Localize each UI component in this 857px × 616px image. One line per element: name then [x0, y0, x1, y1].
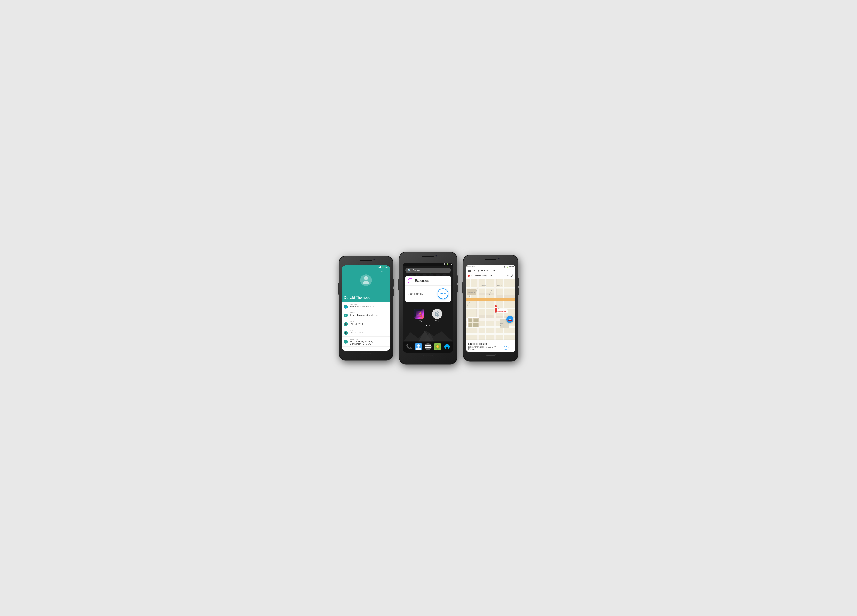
- dot-1[interactable]: [426, 325, 427, 326]
- settings-label: Settings: [433, 320, 441, 322]
- hamburger-line-3: [468, 272, 471, 272]
- phone-camera-center: [435, 255, 437, 256]
- svg-rect-9: [434, 313, 435, 314]
- home-button[interactable]: [361, 353, 371, 354]
- phone-content: PHONE +4045684120: [350, 321, 363, 325]
- location-address-text: Lancaster St, London, SE1 0RW, Royau...: [468, 346, 503, 350]
- svg-rect-40: [480, 287, 494, 288]
- gallery-app[interactable]: Gallery: [410, 309, 428, 322]
- settings-cog-svg: [434, 310, 441, 317]
- destination-dot: [467, 274, 470, 277]
- expenses-icon: [408, 278, 413, 284]
- map-area[interactable]: Lancaster St Webber St Webber St Silex S…: [466, 279, 515, 340]
- vol-down-center[interactable]: [457, 285, 458, 293]
- address-value: 82-85 Academy Avenue, Birmingham - B46 3…: [350, 340, 373, 345]
- location-address-row: Lancaster St, London, SE1 0RW, Royau... …: [468, 346, 513, 350]
- map-svg: Lancaster St Webber St Webber St Silex S…: [466, 279, 515, 340]
- maps-search-bar[interactable]: 89 Lingfield Tower, Lond...: [466, 269, 515, 273]
- travel-time: 4 h 33 min: [504, 346, 513, 350]
- contact-name-bar: Donald Thompson: [342, 295, 390, 302]
- power-center[interactable]: [398, 279, 399, 291]
- mic-icon[interactable]: 🎤: [510, 274, 514, 278]
- svg-point-3: [419, 312, 421, 314]
- messenger-dock-icon[interactable]: 😊: [433, 343, 442, 351]
- dot-2[interactable]: [428, 325, 430, 326]
- search-placeholder: Google: [413, 269, 421, 272]
- home-status-bar: ▌ 🔋 7:44: [402, 262, 453, 266]
- avatar-head: [364, 276, 368, 280]
- home-btn-right[interactable]: [486, 354, 495, 356]
- maps-screen: Pocock St ▌ 🔋 09:05 89 Lingfield Tower, …: [466, 265, 515, 352]
- destination-bar[interactable]: 89 Lingfield Tower, Lond... ✕ 🎤: [466, 273, 515, 279]
- volume-up-button[interactable]: [393, 279, 394, 287]
- contact-info-list: 🌐 WEBSITE www.donald-thompson.uk ✉ E MAI…: [342, 302, 390, 351]
- battery-icon: 🔋: [382, 266, 384, 268]
- close-destination-icon[interactable]: ✕: [507, 275, 509, 277]
- phones-container: ▾▴ ▌ 🔋 10:18 ✏ ⋮: [339, 252, 518, 364]
- svg-text:Centre: Centre: [500, 325, 503, 326]
- email-content: E MAIL donald.thompson@gmail.com: [350, 312, 378, 316]
- website-item[interactable]: 🌐 WEBSITE www.donald-thompson.uk: [342, 302, 390, 310]
- settings-icon: [432, 309, 442, 319]
- address-item[interactable]: 📍 ADDRESS 82-85 Academy Avenue, Birmingh…: [342, 337, 390, 347]
- vol-up-center[interactable]: [457, 275, 458, 283]
- contacts-dock-icon[interactable]: [415, 343, 422, 351]
- volume-down-button[interactable]: [393, 289, 394, 296]
- home-screen: ▌ 🔋 7:44 🔍 Google: [402, 262, 453, 353]
- browser-dock-icon[interactable]: 🌐: [443, 343, 451, 351]
- destination-text: 89 Lingfield Tower, Lond...: [471, 275, 506, 277]
- gallery-icon: [414, 309, 424, 319]
- svg-rect-30: [480, 319, 494, 340]
- hamburger-icon[interactable]: [468, 270, 471, 272]
- email-label: E MAIL: [350, 312, 378, 314]
- vol-down-right[interactable]: [518, 288, 519, 295]
- address-label: ADDRESS: [350, 338, 373, 340]
- edit-icon[interactable]: ✏: [381, 270, 383, 273]
- svg-text:Lingfield House: Lingfield House: [497, 310, 506, 312]
- svg-text:Webber St: Webber St: [481, 284, 486, 286]
- svg-rect-10: [439, 313, 440, 314]
- address-content: ADDRESS 82-85 Academy Avenue, Birmingham…: [350, 338, 373, 345]
- phone-speaker: [360, 259, 372, 261]
- contacts-icon-svg: [415, 343, 422, 350]
- avatar-body: [363, 281, 369, 284]
- time-display: 10:18: [385, 266, 388, 268]
- phone-item[interactable]: 📞 PHONE +4045684120: [342, 319, 390, 328]
- home-phone: ▌ 🔋 7:44 🔍 Google: [399, 252, 457, 364]
- phone-icon: 📞: [344, 322, 348, 326]
- signal-home: ▌: [444, 263, 446, 265]
- widget-header: Expenses: [405, 276, 451, 286]
- messenger-icon-svg: 😊: [434, 343, 441, 350]
- expenses-widget[interactable]: Expenses Start journey START: [405, 276, 451, 302]
- start-journey-button[interactable]: START: [438, 288, 449, 299]
- phone-camera-right: [498, 258, 500, 259]
- email-item[interactable]: ✉ E MAIL donald.thompson@gmail.com: [342, 310, 390, 319]
- maps-navigation-fab[interactable]: 🚗: [506, 316, 514, 323]
- svg-point-58: [495, 306, 497, 309]
- home-btn-center[interactable]: [423, 355, 433, 356]
- mountains-svg: [402, 329, 453, 342]
- google-search-bar[interactable]: 🔍 Google: [405, 267, 451, 273]
- dock: 📞: [402, 341, 453, 353]
- vol-up-right[interactable]: [518, 278, 519, 286]
- phone-camera: [373, 259, 375, 260]
- hamburger-line-2: [468, 270, 471, 271]
- svg-rect-8: [437, 315, 438, 316]
- power-right[interactable]: [463, 282, 463, 293]
- svg-rect-66: [473, 319, 478, 322]
- maps-signal: ▌: [504, 266, 506, 267]
- svg-rect-45: [466, 298, 515, 301]
- maps-search-text: 89 Lingfield Tower, Lond...: [472, 270, 514, 272]
- settings-app[interactable]: Settings: [428, 309, 446, 322]
- phone-speaker-right: [485, 259, 497, 260]
- apps-dock-icon[interactable]: [424, 343, 432, 351]
- mobile-content: MOBILE +4048620104: [350, 329, 363, 334]
- phone-dock-icon[interactable]: 📞: [405, 343, 413, 351]
- phone-value: +4045684120: [350, 323, 363, 325]
- thumb-svg: [468, 318, 479, 327]
- mobile-item[interactable]: 📱 MOBILE +4048620104: [342, 328, 390, 337]
- svg-text:Borough Rd: Borough Rd: [500, 329, 505, 330]
- more-icon[interactable]: ⋮: [385, 270, 388, 273]
- svg-rect-7: [437, 311, 438, 312]
- power-button[interactable]: [338, 283, 339, 295]
